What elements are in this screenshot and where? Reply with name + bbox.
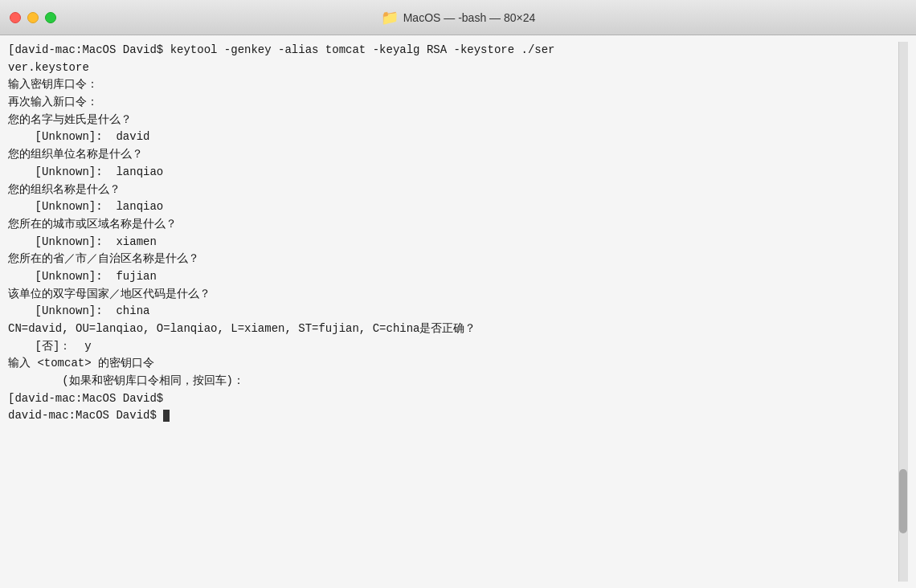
terminal-line: (如果和密钥库口令相同，按回车)： — [8, 373, 898, 390]
title-bar: 📁 MacOS — -bash — 80×24 — [0, 0, 916, 35]
minimize-button[interactable] — [27, 12, 39, 23]
traffic-lights — [10, 12, 56, 23]
terminal-line: 输入密钥库口令： — [8, 76, 898, 94]
terminal-line: [Unknown]: david — [8, 129, 898, 146]
terminal-line: [Unknown]: lanqiao — [8, 198, 898, 216]
terminal-line: [Unknown]: china — [8, 303, 898, 321]
terminal-line: 您所在的省／市／自治区名称是什么？ — [8, 251, 898, 268]
terminal-line: ver.keystore — [8, 59, 898, 77]
terminal-line: 您的组织单位名称是什么？ — [8, 146, 898, 164]
terminal-line: [david-mac:MacOS David$ keytool -genkey … — [8, 42, 898, 59]
terminal-line: 再次输入新口令： — [8, 94, 898, 112]
terminal-line: david-mac:MacOS David$ — [8, 407, 898, 425]
terminal-line: [否]： y — [8, 338, 898, 356]
folder-icon: 📁 — [381, 9, 399, 27]
terminal-line: 该单位的双字母国家／地区代码是什么？ — [8, 286, 898, 304]
window-title: MacOS — -bash — 80×24 — [403, 11, 536, 24]
terminal-content: [david-mac:MacOS David$ keytool -genkey … — [8, 42, 898, 582]
terminal-cursor — [163, 410, 170, 422]
terminal-line: 您的组织名称是什么？ — [8, 182, 898, 199]
scrollbar[interactable] — [898, 42, 908, 582]
scrollbar-thumb[interactable] — [899, 469, 907, 533]
terminal-line: [Unknown]: fujian — [8, 268, 898, 286]
close-button[interactable] — [10, 12, 21, 23]
terminal-line: [david-mac:MacOS David$ — [8, 390, 898, 408]
terminal-line: 输入 <tomcat> 的密钥口令 — [8, 355, 898, 373]
terminal-line: [Unknown]: lanqiao — [8, 164, 898, 182]
terminal-line: 您所在的城市或区域名称是什么？ — [8, 216, 898, 234]
terminal-line: [Unknown]: xiamen — [8, 234, 898, 251]
maximize-button[interactable] — [45, 12, 56, 23]
terminal-body[interactable]: [david-mac:MacOS David$ keytool -genkey … — [0, 35, 916, 588]
terminal-line: CN=david, OU=lanqiao, O=lanqiao, L=xiame… — [8, 321, 898, 338]
terminal-line: 您的名字与姓氏是什么？ — [8, 112, 898, 129]
